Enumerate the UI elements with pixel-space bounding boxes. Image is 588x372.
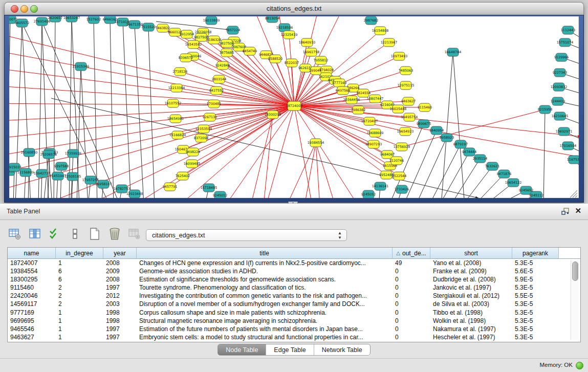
graph-node[interactable]: 7632621: [485, 162, 499, 170]
graph-node[interactable]: 12093832: [551, 83, 568, 91]
table-cell[interactable]: 18724007: [8, 259, 56, 267]
table-vertical-scrollbar[interactable]: [571, 260, 579, 340]
graph-node[interactable]: 16107552: [165, 99, 182, 107]
graph-node[interactable]: 8454749: [243, 47, 257, 55]
column-header-out-degree[interactable]: △ out_de...: [393, 248, 430, 258]
table-cell[interactable]: 19384554: [8, 267, 56, 275]
minimize-window-icon[interactable]: [20, 5, 28, 13]
table-cell[interactable]: Corpus callosum shape and size in male p…: [137, 309, 393, 317]
graph-node[interactable]: 19384554: [308, 139, 324, 147]
new-file-button[interactable]: [87, 226, 102, 242]
column-header-pagerank[interactable]: pagerank: [512, 248, 559, 258]
table-cell[interactable]: Tourette syndrome. Phenomenology and cla…: [137, 283, 393, 292]
graph-node[interactable]: 16648784: [445, 48, 462, 56]
graph-node[interactable]: 2620657: [48, 16, 62, 22]
table-cell[interactable]: 2: [56, 283, 103, 292]
graph-node[interactable]: 1840954: [429, 126, 444, 135]
graph-node[interactable]: 2935114: [473, 155, 487, 163]
graph-node[interactable]: 1112443: [561, 26, 575, 34]
table-cell[interactable]: 0: [393, 300, 430, 308]
graph-node[interactable]: 19654923: [397, 127, 414, 136]
table-row[interactable]: 911546021997Tourette syndrome. Phenomeno…: [8, 283, 580, 292]
graph-node[interactable]: 9498224: [186, 148, 200, 156]
graph-node[interactable]: 8372094: [194, 134, 208, 142]
graph-node[interactable]: 12975115: [398, 81, 415, 90]
table-row[interactable]: 1456911722003Disruption of a novel membe…: [8, 300, 580, 308]
window-titlebar[interactable]: citations_edges.txt: [4, 2, 584, 15]
table-cell[interactable]: Estimation of significance thresholds fo…: [137, 275, 393, 283]
table-cell[interactable]: Wolkin et al. (1998): [430, 317, 512, 325]
graph-node[interactable]: 9899675: [417, 120, 431, 128]
graph-node[interactable]: 10653287: [63, 16, 80, 22]
table-cell[interactable]: 2: [56, 292, 103, 300]
table-cell[interactable]: 5.9E-5: [512, 275, 559, 283]
table-selector-combo[interactable]: citations_edges.txt ▲▼: [146, 229, 347, 241]
table-cell[interactable]: Embryonic stem cells: a model to study s…: [137, 333, 393, 341]
graph-node[interactable]: 15166824: [169, 131, 186, 139]
graph-node[interactable]: 14136141: [372, 182, 389, 190]
graph-node[interactable]: 1700481: [207, 100, 221, 108]
table-cell[interactable]: 2003: [103, 300, 137, 308]
graph-node[interactable]: 6497568: [336, 86, 350, 95]
table-cell[interactable]: 0: [393, 292, 430, 300]
graph-node[interactable]: 9777169: [332, 79, 346, 87]
table-cell[interactable]: 1997: [103, 325, 137, 333]
table-cell[interactable]: Estimation of the future numbers of pati…: [137, 325, 393, 333]
graph-node[interactable]: 12353594: [195, 125, 212, 133]
table-cell[interactable]: Hescheler et al. (1997): [430, 333, 512, 341]
table-cell[interactable]: 1998: [103, 317, 137, 325]
table-cell[interactable]: 9115460: [8, 283, 56, 292]
graph-node[interactable]: 9227343: [553, 69, 567, 77]
table-cell[interactable]: 1: [56, 317, 103, 325]
graph-node[interactable]: 16210645: [552, 112, 569, 120]
table-cell[interactable]: 5.3E-5: [512, 283, 559, 292]
table-cell[interactable]: 1: [56, 259, 103, 267]
table-cell[interactable]: 9699695: [8, 317, 56, 325]
graph-node[interactable]: 7986382: [351, 106, 365, 114]
graph-node[interactable]: 9245112: [529, 191, 543, 198]
graph-node[interactable]: 2522544: [392, 172, 406, 180]
graph-node[interactable]: 18724007: [286, 101, 303, 111]
table-cell[interactable]: Tibbo et al. (1998): [430, 309, 512, 317]
graph-node[interactable]: 1244419: [551, 97, 565, 105]
table-cell[interactable]: 1: [56, 333, 103, 341]
table-cell[interactable]: Franke et al. (2009): [430, 267, 512, 275]
table-cell[interactable]: 5.3E-5: [512, 317, 559, 325]
graph-node[interactable]: 1167535: [567, 156, 579, 164]
table-cell[interactable]: 22420046: [8, 292, 56, 300]
column-header-short[interactable]: short: [430, 248, 512, 258]
table-cell[interactable]: 18300295: [8, 275, 56, 283]
table-row[interactable]: 2242004622012Investigating the contribut…: [8, 292, 580, 300]
graph-node[interactable]: 9267130: [203, 113, 217, 121]
table-row[interactable]: 977716911998Corpus callosum shape and si…: [8, 309, 580, 317]
table-cell[interactable]: 2012: [103, 292, 137, 300]
table-cell[interactable]: Structural magnetic resonance image aver…: [137, 317, 393, 325]
table-cell[interactable]: 0: [393, 309, 430, 317]
table-row[interactable]: 1830029562008Estimation of significance …: [8, 275, 580, 283]
graph-node[interactable]: 15751074: [557, 38, 574, 47]
table-cell[interactable]: 0: [393, 275, 430, 283]
table-cell[interactable]: 1998: [103, 309, 137, 317]
table-row[interactable]: 1938455462009Genome-wide association stu…: [8, 267, 580, 275]
table-cell[interactable]: 5.3E-5: [512, 300, 559, 308]
graph-node[interactable]: 7955812: [314, 56, 328, 64]
table-cell[interactable]: 5.3E-5: [512, 325, 559, 333]
table-row[interactable]: 969969511998Structural magnetic resonanc…: [8, 317, 580, 325]
network-canvas[interactable]: 2640072940557227691406262065710653287152…: [9, 16, 579, 198]
graph-node[interactable]: 9245012: [213, 191, 227, 198]
table-cell[interactable]: 2: [56, 300, 103, 308]
table-cell[interactable]: 6: [56, 275, 103, 283]
graph-node[interactable]: 12923448: [126, 190, 143, 198]
delete-trash-button[interactable]: [107, 226, 122, 242]
table-cell[interactable]: 1: [56, 309, 103, 317]
table-cell[interactable]: 5.3E-5: [512, 309, 559, 317]
table-cell[interactable]: Jankovic et al. (1997): [430, 283, 512, 292]
table-cell[interactable]: 5.6E-5: [512, 267, 559, 275]
table-cell[interactable]: 49: [393, 259, 430, 267]
memory-ok-icon[interactable]: [576, 362, 583, 369]
graph-node[interactable]: 7485063: [399, 67, 413, 75]
graph-node[interactable]: 2987682: [364, 16, 378, 25]
select-all-button[interactable]: [47, 226, 62, 242]
graph-node[interactable]: 19495754: [401, 113, 418, 121]
graph-node[interactable]: 1588520: [268, 55, 282, 63]
